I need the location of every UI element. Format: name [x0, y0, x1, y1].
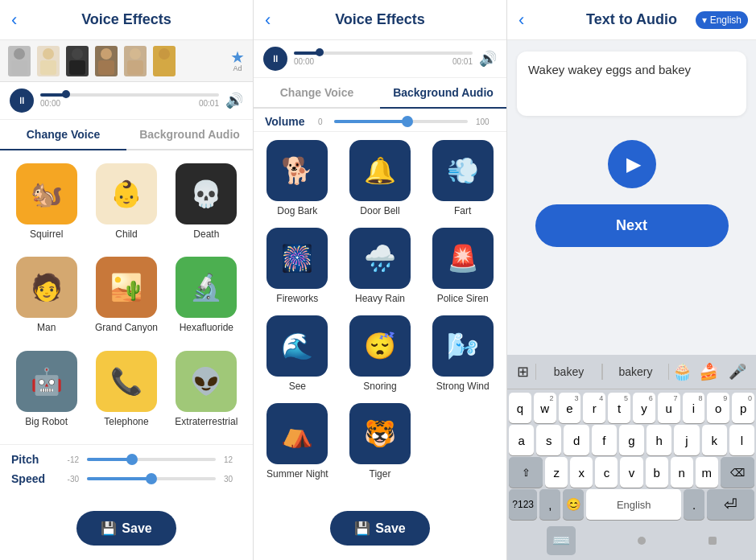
bb-square[interactable]	[708, 537, 717, 545]
key-i[interactable]: i8	[683, 393, 705, 423]
pitch-thumb[interactable]	[126, 454, 138, 465]
progress-bar-1[interactable]	[40, 93, 219, 97]
tta-text-display: Wakey wakey eggs and bakey	[517, 51, 746, 116]
key-g[interactable]: g	[619, 425, 644, 455]
speed-thumb[interactable]	[146, 473, 157, 484]
key-z[interactable]: z	[545, 457, 568, 488]
save-button-1[interactable]: 💾 Save	[76, 511, 176, 546]
bg-item-wind[interactable]: 🌬️ Strong Wind	[422, 311, 503, 397]
tab-background-audio-1[interactable]: Background Audio	[126, 120, 253, 149]
suggestion-emoji1[interactable]: 🧁	[669, 360, 696, 383]
voice-item-man[interactable]: 🧑 Man	[6, 250, 86, 344]
voice-item-death[interactable]: 💀 Death	[167, 157, 246, 250]
back-icon-2[interactable]: ‹	[265, 10, 271, 31]
key-backspace[interactable]: ⌫	[721, 457, 754, 488]
voice-item-squirrel[interactable]: 🐿️ Squirrel	[6, 157, 86, 250]
back-icon-3[interactable]: ‹	[518, 10, 524, 31]
bb-keyboard-icon[interactable]: ⌨️	[547, 526, 576, 555]
voice-item-robot[interactable]: 🤖 Big Robot	[6, 344, 86, 438]
tta-play-button[interactable]: ▶	[608, 140, 656, 188]
bg-item-snoring[interactable]: 😴 Snoring	[340, 311, 421, 397]
bg-item-doorbell[interactable]: 🔔 Door Bell	[340, 135, 421, 221]
key-return[interactable]: ⏎	[707, 489, 754, 520]
key-v[interactable]: v	[620, 457, 642, 488]
bg-icon-rain: 🌧️	[349, 228, 411, 289]
voice-item-hexa[interactable]: 🔬 Hexafluoride	[167, 250, 246, 344]
key-l[interactable]: l	[729, 425, 754, 455]
pitch-track[interactable]	[87, 458, 216, 461]
volume-icon-2[interactable]: 🔊	[479, 50, 497, 68]
key-period[interactable]: .	[684, 489, 704, 520]
key-s[interactable]: s	[536, 425, 561, 455]
bg-item-fireworks[interactable]: 🎆 Fireworks	[257, 223, 338, 309]
key-p[interactable]: p0	[732, 393, 754, 423]
audio-player-2: ⏸ 00:00 00:01 🔊	[254, 40, 506, 78]
bg-item-see[interactable]: 🌊 See	[257, 311, 338, 397]
key-comma[interactable]: ,	[539, 489, 560, 520]
voice-item-telephone[interactable]: 📞 Telephone	[86, 344, 166, 438]
key-space[interactable]: English	[586, 489, 681, 520]
key-b[interactable]: b	[646, 457, 668, 488]
grid-icon[interactable]: ⊞	[510, 360, 535, 384]
voice-item-alien[interactable]: 👽 Extraterrestrial	[167, 344, 246, 438]
tab-change-voice-2[interactable]: Change Voice	[254, 78, 380, 107]
key-c[interactable]: c	[595, 457, 618, 488]
voice-item-child[interactable]: 👶 Child	[86, 157, 166, 250]
bg-item-fart[interactable]: 💨 Fart	[422, 135, 503, 221]
bg-item-rain[interactable]: 🌧️ Heavy Rain	[340, 223, 421, 309]
volume-thumb[interactable]	[402, 116, 413, 127]
key-w[interactable]: w2	[534, 393, 556, 423]
volume-icon-1[interactable]: 🔊	[225, 92, 243, 109]
bg-label-tiger: Tiger	[370, 468, 391, 480]
key-x[interactable]: x	[570, 457, 593, 488]
progress-fill-2	[294, 51, 320, 55]
key-q[interactable]: q	[509, 393, 531, 423]
progress-bar-2[interactable]	[294, 51, 473, 55]
key-y[interactable]: y6	[633, 393, 655, 423]
panel-text-to-audio: ‹ Text to Audio ▾ English Wakey wakey eg…	[507, 0, 756, 560]
bg-item-dogbark[interactable]: 🐕 Dog Bark	[257, 135, 338, 221]
key-numbers[interactable]: ?123	[509, 489, 537, 520]
kbd-row-2: a s d f g h j k l	[509, 425, 754, 455]
key-emoji-btn[interactable]: 😊	[563, 489, 584, 520]
key-h[interactable]: h	[647, 425, 671, 455]
suggestion-bakey[interactable]: bakey	[535, 364, 602, 380]
volume-track[interactable]	[334, 120, 468, 123]
speed-max: 30	[224, 475, 242, 484]
pause-button-1[interactable]: ⏸	[10, 89, 34, 113]
key-k[interactable]: k	[702, 425, 727, 455]
pause-button-2[interactable]: ⏸	[263, 47, 287, 71]
save-button-2[interactable]: 💾 Save	[330, 511, 429, 546]
voice-icon-squirrel: 🐿️	[16, 163, 77, 224]
key-f[interactable]: f	[592, 425, 617, 455]
key-n[interactable]: n	[671, 457, 693, 488]
suggestion-bakery[interactable]: bakery	[602, 364, 669, 380]
bb-home[interactable]	[638, 537, 646, 545]
key-t[interactable]: t5	[608, 393, 630, 423]
key-o[interactable]: o9	[707, 393, 729, 423]
bg-item-summer[interactable]: ⛺ Summer Night	[257, 398, 338, 484]
key-r[interactable]: r4	[583, 393, 605, 423]
key-u[interactable]: u7	[658, 393, 680, 423]
key-j[interactable]: j	[674, 425, 699, 455]
bg-item-tiger[interactable]: 🐯 Tiger	[340, 398, 421, 484]
voice-item-canyon[interactable]: 🏜️ Grand Canyon	[86, 250, 166, 344]
ad-banner: Ad	[0, 40, 253, 82]
speed-track[interactable]	[87, 477, 216, 480]
bg-item-police[interactable]: 🚨 Police Siren	[422, 223, 503, 309]
ad-figure-6	[153, 46, 176, 76]
suggestion-emoji2[interactable]: 🍰	[696, 360, 722, 383]
key-a[interactable]: a	[509, 425, 534, 455]
key-m[interactable]: m	[696, 457, 718, 488]
next-button[interactable]: Next	[535, 204, 729, 247]
mic-icon[interactable]: 🎤	[722, 360, 753, 384]
back-icon[interactable]: ‹	[11, 10, 17, 31]
lang-selector[interactable]: ▾ English	[696, 11, 748, 29]
tab-background-audio-2[interactable]: Background Audio	[380, 78, 506, 109]
key-d[interactable]: d	[564, 425, 589, 455]
panel2-title: Voice Effects	[335, 11, 425, 28]
key-shift[interactable]: ⇧	[509, 457, 543, 488]
ad-figure-3	[66, 46, 89, 76]
key-e[interactable]: e3	[559, 393, 581, 423]
tab-change-voice-1[interactable]: Change Voice	[0, 120, 126, 150]
